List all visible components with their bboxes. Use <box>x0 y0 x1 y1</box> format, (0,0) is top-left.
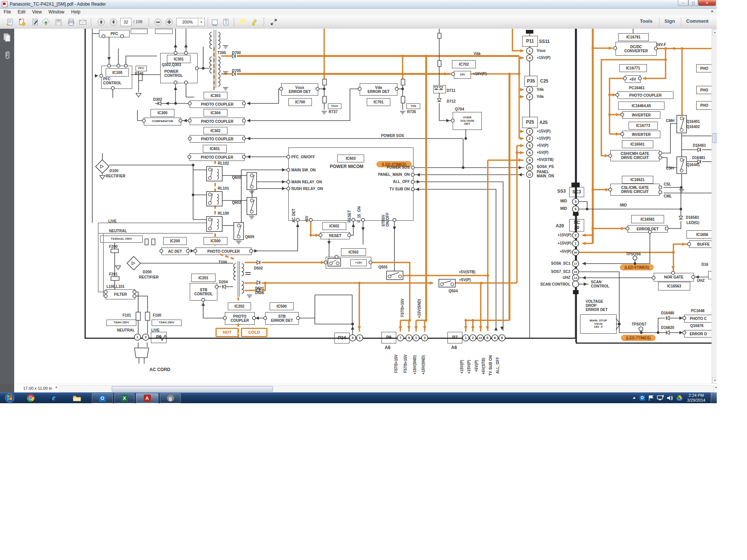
close-button[interactable]: ✕ <box>698 0 716 6</box>
cloud-upload-icon[interactable] <box>41 17 51 27</box>
sign-doc-icon[interactable] <box>30 17 40 27</box>
highlight-icon[interactable] <box>249 17 259 27</box>
taskbar-start-button[interactable] <box>3 393 16 402</box>
wire-arrow <box>605 154 608 158</box>
close-document-icon[interactable]: ✕ <box>711 9 714 13</box>
wire-arrow <box>520 137 524 140</box>
zoom-out-icon[interactable] <box>153 17 163 27</box>
zoom-dropdown-arrow[interactable]: ▼ <box>198 18 205 26</box>
title-bar[interactable]: Panasonic_TC-P42X1_[SM].pdf - Adobe Read… <box>0 0 717 9</box>
wire-arrow <box>582 234 586 237</box>
pin-number: 16 <box>574 270 577 274</box>
action-center-flag-icon[interactable] <box>647 395 655 401</box>
schem-label-q609: Q609 <box>245 235 254 239</box>
pin-number: 7 <box>399 336 401 340</box>
tab-tools[interactable]: Tools <box>640 18 653 24</box>
system-tray[interactable]: O 2:24 PM 3/29/2014 <box>631 392 717 403</box>
schem-label-+15vp: +15V(P) <box>537 56 551 60</box>
comment-bubble-icon[interactable] <box>238 17 248 27</box>
component-pin <box>352 218 355 221</box>
taskbar-explorer-folder[interactable] <box>70 393 84 402</box>
wire-arrow <box>605 188 609 192</box>
volume-icon[interactable] <box>666 395 674 401</box>
zoom-in-icon[interactable] <box>164 17 174 27</box>
menu-file[interactable]: File <box>1 9 14 15</box>
taskbar-outlook[interactable]: O <box>92 393 113 403</box>
vertical-scrollbar[interactable]: ▲ ▼ <box>712 29 717 384</box>
menu-view[interactable]: View <box>29 9 45 15</box>
component-pin <box>242 137 245 140</box>
export-doc-icon[interactable] <box>17 17 27 27</box>
gdrive-icon[interactable] <box>676 395 683 401</box>
schem-label-d16480: D16480 <box>661 311 674 315</box>
navigation-sidebar[interactable] <box>0 29 15 392</box>
transformer-winding <box>210 44 212 49</box>
attachments-paperclip-icon[interactable] <box>3 50 12 60</box>
tab-sign[interactable]: Sign <box>664 18 675 24</box>
open-doc-icon[interactable] <box>5 17 15 27</box>
maximize-button[interactable]: ▢ <box>688 0 698 6</box>
vertical-scroll-thumb[interactable] <box>712 133 717 143</box>
print-icon[interactable] <box>66 17 76 27</box>
schem-label-+5vp: +5V(P) <box>537 143 548 147</box>
switch-symbol <box>440 283 443 286</box>
schem-label-q16401: Q16401 <box>686 119 700 124</box>
page-total-label: / 108 <box>133 19 142 24</box>
menu-window[interactable]: Window <box>46 9 68 15</box>
page-up-icon[interactable] <box>96 17 106 27</box>
scroll-up-arrow[interactable]: ▲ <box>712 29 717 35</box>
taskbar-adobe-reader[interactable]: A <box>136 393 158 403</box>
wire-arrow <box>282 180 285 184</box>
scroll-down-arrow[interactable]: ▼ <box>712 377 717 383</box>
switch-symbol <box>250 210 253 213</box>
scroll-left-arrow[interactable]: ◄ <box>55 386 58 389</box>
schem-label-panel: PANEL MAIN_O̅N̅ <box>537 170 554 178</box>
wire-arrow <box>296 224 300 227</box>
wire <box>579 272 619 324</box>
zoom-level-input[interactable]: 200% <box>176 18 199 26</box>
expand-icon[interactable] <box>269 17 279 27</box>
page-thumbnails-icon[interactable] <box>3 32 12 42</box>
schem-label-vda: Vda <box>537 87 543 91</box>
page-down-icon[interactable] <box>109 17 118 27</box>
taskbar-gimp[interactable]: g <box>160 393 181 403</box>
network-icon[interactable] <box>656 395 664 401</box>
taskbar-clock[interactable]: 2:24 PM 3/29/2014 <box>683 393 709 403</box>
fit-width-icon[interactable] <box>210 17 220 27</box>
schem-label-ss3: SS3 <box>557 189 566 194</box>
wire-arrow <box>616 133 619 136</box>
junction-dot <box>608 113 611 116</box>
page-number-input[interactable]: 32 <box>120 18 131 26</box>
hidden-icons-arrow[interactable] <box>631 395 637 401</box>
schem-label-powermicom: POWER MICOM <box>330 164 363 169</box>
email-icon[interactable] <box>78 17 87 27</box>
transformer-winding <box>242 289 244 293</box>
horizontal-scroll-thumb[interactable] <box>112 386 273 392</box>
diode-symbol <box>158 102 161 105</box>
schem-label-+15vp: +15V(P) <box>558 241 571 245</box>
schem-label-+15vp: +15V(P) <box>558 233 571 237</box>
pin-number: 4 <box>529 56 530 60</box>
schem-label-+15vsnd: +15V(SND) <box>413 355 417 374</box>
fit-page-icon[interactable] <box>221 17 231 27</box>
wire-arrow <box>183 119 187 122</box>
menu-edit[interactable]: Edit <box>15 9 28 15</box>
wire-arrow <box>415 326 418 330</box>
windows-taskbar[interactable]: O 2:24 PM 3/29/2014 eOXAg <box>0 392 717 403</box>
minimize-button[interactable]: – <box>678 0 688 6</box>
taskbar-excel[interactable]: X <box>114 393 134 403</box>
document-canvas[interactable]: PFCIC100PFCIC301IC303PHOTO COUPLERIC300C… <box>14 29 712 384</box>
component-pin <box>659 152 662 155</box>
horizontal-scrollbar[interactable] <box>60 385 714 392</box>
tab-comment[interactable]: Comment <box>686 18 709 24</box>
outlook-tray-icon[interactable]: O <box>639 395 645 401</box>
show-desktop-button[interactable] <box>711 392 717 403</box>
schem-label-scan: SCAN CONTROL <box>591 280 609 288</box>
taskbar-chrome[interactable] <box>24 393 37 402</box>
taskbar-internet-explorer[interactable]: e <box>47 393 61 402</box>
switch-symbol <box>237 235 240 238</box>
menu-help[interactable]: Help <box>68 9 84 15</box>
switch-symbol <box>250 185 253 188</box>
schem-label-+5vp: +5V(P) <box>560 249 571 253</box>
save-icon[interactable] <box>53 17 63 27</box>
